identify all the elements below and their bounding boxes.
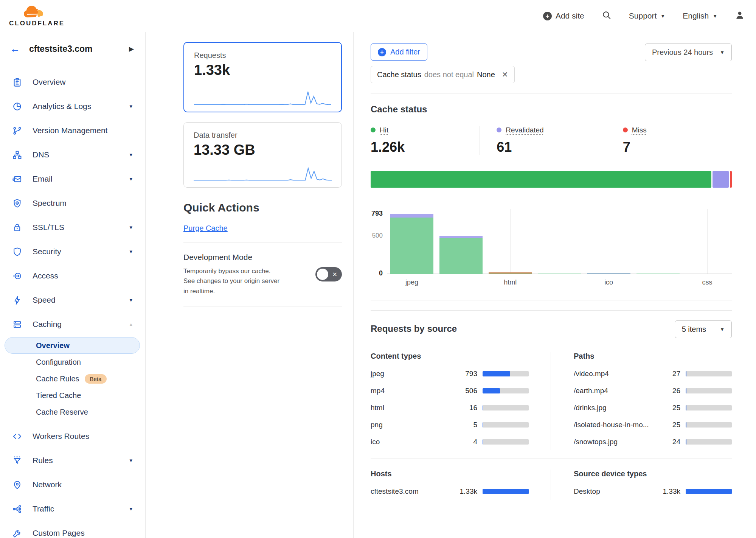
bar-slot (486, 209, 535, 274)
sidebar-item-network[interactable]: Network (0, 473, 145, 497)
sidebar-item-analytics-logs[interactable]: Analytics & Logs▾ (0, 94, 145, 118)
cache-stat-label[interactable]: Miss (632, 126, 647, 134)
sidebar-item-caching[interactable]: Caching▴ (0, 312, 145, 336)
sidebar-subitem-configuration[interactable]: Configuration (5, 354, 140, 370)
toggle-knob (317, 269, 328, 280)
bar-jpeg (390, 214, 434, 274)
sidebar-item-custom-pages[interactable]: Custom Pages (0, 521, 145, 538)
legend-dot-icon (371, 128, 376, 132)
sidebar-subitem-cache-reserve[interactable]: Cache Reserve (5, 404, 140, 420)
sidebar-item-speed[interactable]: Speed▾ (0, 288, 145, 312)
sidebar-item-label: Analytics & Logs (33, 102, 129, 111)
bolt-icon (12, 295, 22, 305)
add-filter-button[interactable]: + Add filter (371, 44, 427, 61)
bar-slot (387, 209, 436, 274)
row-bar-track (483, 388, 529, 393)
beta-badge: Beta (85, 374, 107, 384)
add-site-button[interactable]: + Add site (543, 11, 584, 20)
sidebar-item-version-management[interactable]: Version Management (0, 118, 145, 143)
language-label: English (683, 11, 709, 20)
chevron-down-icon: ▾ (129, 103, 132, 110)
chevron-down-icon: ▾ (129, 224, 132, 231)
row-label: /video.mp4 (574, 370, 662, 378)
row-label: ico (371, 438, 459, 446)
row-bar-fill (483, 371, 510, 376)
cache-stat-label-row: Revalidated (497, 126, 605, 134)
back-arrow-icon[interactable]: ← (10, 43, 20, 55)
dev-mode-toggle[interactable]: ✕ (315, 267, 342, 281)
row-label: /snowtops.jpg (574, 438, 662, 446)
shield-gear-icon (12, 198, 22, 208)
quick-actions-title: Quick Actions (183, 201, 342, 214)
time-range-select[interactable]: Previous 24 hours ▼ (645, 44, 732, 61)
sidebar-subitem-label: Cache Reserve (36, 408, 88, 417)
analytics-panel: + Add filter Cache status does not equal… (354, 32, 756, 538)
sidebar-item-dns[interactable]: DNS▾ (0, 143, 145, 167)
x-axis-label (436, 278, 486, 286)
row-value: 26 (662, 387, 680, 395)
table-row: cftestsite3.com1.33k (371, 483, 529, 500)
filter-operator: does not equal (424, 70, 474, 79)
chevron-down-icon: ▾ (129, 151, 132, 158)
site-switcher-caret-icon[interactable]: ▶ (129, 45, 134, 53)
wrench-icon (12, 528, 22, 538)
clipboard-icon (12, 77, 22, 87)
row-bar-fill (686, 388, 686, 393)
sidebar-item-ssl-tls[interactable]: SSL/TLS▾ (0, 215, 145, 239)
cache-stat-label-row: Miss (623, 126, 732, 134)
sidebar-item-email[interactable]: Email▾ (0, 167, 145, 191)
language-menu[interactable]: English ▼ (683, 11, 717, 20)
table-row: html16 (371, 399, 529, 416)
bar-segment-hit (587, 274, 630, 274)
row-label: /earth.mp4 (574, 387, 662, 395)
cache-stat-label[interactable]: Revalidated (506, 126, 543, 134)
chevron-down-icon: ▼ (660, 13, 665, 19)
table-row: ico4 (371, 433, 529, 450)
support-label: Support (629, 11, 657, 20)
legend-dot-icon (623, 128, 628, 132)
x-axis-label (633, 278, 683, 286)
sidebar-item-label: Overview (33, 78, 132, 87)
funnel-icon (12, 456, 22, 466)
top-header: CLOUDFLARE + Add site Support ▼ English … (0, 0, 756, 32)
table-row: mp4506 (371, 382, 529, 399)
sidebar-item-workers-routes[interactable]: Workers Routes (0, 424, 145, 448)
sidebar-subitem-tiered-cache[interactable]: Tiered Cache (5, 387, 140, 404)
sidebar-subitem-cache-rules[interactable]: Cache RulesBeta (5, 370, 140, 387)
cloudflare-logo[interactable]: CLOUDFLARE (9, 5, 65, 27)
cache-status-card: Cache status Hit1.26kRevalidated61Miss7 … (371, 93, 732, 300)
sidebar-item-access[interactable]: Access (0, 264, 145, 288)
row-label: /drinks.jpg (574, 404, 662, 412)
row-bar-track (686, 405, 732, 410)
support-menu[interactable]: Support ▼ (629, 11, 665, 20)
table-row: jpeg793 (371, 365, 529, 382)
cache-stat-label[interactable]: Hit (380, 126, 388, 134)
shield-icon (12, 247, 22, 257)
cache-stat-hit: Hit1.26k (371, 126, 480, 155)
branch-icon (12, 126, 22, 136)
bar-slot (683, 209, 732, 274)
items-count-select[interactable]: 5 items ▼ (675, 320, 732, 338)
sidebar-item-spectrum[interactable]: Spectrum (0, 191, 145, 215)
requests-by-source-card: Requests by source 5 items ▼ Content typ… (371, 310, 732, 500)
search-icon[interactable] (602, 10, 612, 22)
sidebar: ← cftestsite3.com ▶ OverviewAnalytics & … (0, 32, 146, 538)
row-bar-fill (483, 405, 483, 410)
sidebar-subitem-overview[interactable]: Overview (5, 337, 140, 354)
row-bar-track (483, 405, 529, 410)
filter-chip[interactable]: Cache status does not equal None ✕ (371, 66, 515, 83)
sidebar-item-traffic[interactable]: Traffic▾ (0, 497, 145, 521)
bar-slots (387, 209, 732, 274)
bar-segment-hit (390, 218, 434, 274)
metric-card-requests[interactable]: Requests1.33k (183, 42, 342, 112)
remove-filter-icon[interactable]: ✕ (502, 70, 508, 79)
sidebar-item-rules[interactable]: Rules▾ (0, 448, 145, 473)
sidebar-item-security[interactable]: Security▾ (0, 239, 145, 264)
bar-slot (436, 209, 486, 274)
stacked-segment-revalidated (713, 171, 729, 188)
purge-cache-link[interactable]: Purge Cache (183, 224, 228, 233)
row-bar-track (686, 489, 732, 494)
sidebar-item-overview[interactable]: Overview (0, 70, 145, 94)
metric-card-data-transfer[interactable]: Data transfer13.33 GB (183, 122, 342, 188)
user-account-icon[interactable] (735, 10, 745, 22)
